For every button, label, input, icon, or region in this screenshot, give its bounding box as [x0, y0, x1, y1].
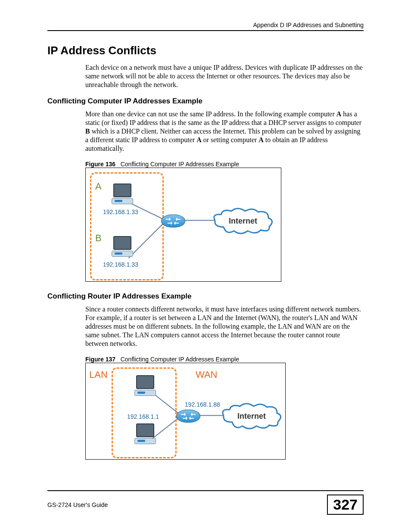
router-icon	[161, 215, 185, 227]
computer-b-label: B	[95, 233, 102, 244]
computer-conflict-paragraph: More than one device can not use the sam…	[47, 110, 364, 153]
subheading-computer-conflict: Conflicting Computer IP Addresses Exampl…	[47, 97, 364, 106]
computer-icon	[109, 236, 135, 258]
header-text: Appendix D IP Addresses and Subnetting	[253, 22, 364, 28]
page-header: Appendix D IP Addresses and Subnetting	[47, 22, 364, 31]
figure-136-caption: Figure 136 Conflicting Computer IP Addre…	[85, 161, 364, 168]
section-title: IP Address Conflicts	[47, 44, 364, 57]
computer-icon	[109, 184, 135, 206]
subheading-router-conflict: Conflicting Router IP Addresses Example	[47, 292, 364, 301]
router-conflict-paragraph: Since a router connects different networ…	[47, 305, 364, 348]
figure-137-caption: Figure 137 Conflicting Computer IP Addre…	[85, 356, 364, 363]
lan-label: LAN	[89, 369, 108, 380]
wan-ip-label: 192.168.1.88	[185, 401, 220, 408]
cloud-label: Internet	[211, 208, 275, 234]
internet-cloud-icon: Internet	[219, 403, 284, 429]
computer-a-label: A	[95, 181, 102, 192]
page-number: 327	[327, 495, 364, 515]
computer-icon	[132, 423, 158, 446]
intro-paragraph: Each device on a network must have a uni…	[47, 63, 364, 89]
router-icon	[176, 410, 200, 423]
bold-a: A	[336, 110, 342, 118]
figure-136: A 192.168.1.33 B 192.168.1.33 Internet	[85, 168, 281, 282]
internet-cloud-icon: Internet	[211, 208, 275, 234]
bold-b: B	[85, 128, 90, 135]
bold-a: A	[196, 136, 202, 143]
page-footer: GS-2724 User's Guide 327	[47, 490, 364, 515]
figure-title: Conflicting Computer IP Addresses Exampl…	[121, 161, 239, 168]
figure-title: Conflicting Computer IP Addresses Exampl…	[121, 356, 239, 363]
ip-address-a: 192.168.1.33	[103, 208, 138, 215]
figure-number: Figure 137	[85, 356, 115, 363]
cloud-label: Internet	[219, 403, 284, 429]
bold-a: A	[258, 136, 264, 143]
text-run: More than one device can not use the sam…	[85, 110, 336, 118]
ip-address-b: 192.168.1.33	[103, 261, 138, 268]
figure-137: LAN WAN 192.168.1.1 192.168.1.88 Interne…	[85, 363, 286, 460]
wan-label: WAN	[196, 369, 218, 380]
computer-icon	[132, 375, 158, 398]
footer-guide-name: GS-2724 User's Guide	[47, 501, 108, 508]
lan-ip-label: 192.168.1.1	[127, 413, 159, 420]
text-run: or setting computer	[202, 136, 258, 143]
figure-number: Figure 136	[85, 161, 115, 168]
